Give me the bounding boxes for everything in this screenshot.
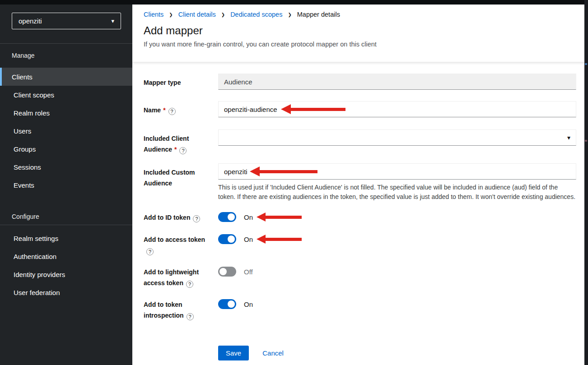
breadcrumb-client-details[interactable]: Client details [178, 11, 216, 18]
top-window-bar [0, 0, 588, 5]
add-to-access-token-label: Add to access token [144, 234, 211, 256]
arrow-shaft [260, 170, 317, 173]
add-to-id-token-row: Add to ID token On [144, 212, 576, 223]
add-to-access-token-field: On [218, 234, 576, 256]
add-to-lightweight-access-token-row: Add to lightweight access token Off [144, 267, 576, 288]
breadcrumb-clients[interactable]: Clients [144, 11, 163, 18]
sidebar-item-sessions[interactable]: Sessions [0, 158, 132, 176]
main-content: Clients ❯ Client details ❯ Dedicated sco… [132, 5, 588, 365]
toggle-knob [228, 300, 235, 308]
included-client-audience-field-wrap: ▾ [218, 129, 576, 155]
sidebar-item-user-federation[interactable]: User federation [0, 283, 132, 301]
included-custom-audience-label: Included Custom Audience [144, 163, 211, 202]
name-label: Name* [144, 101, 211, 117]
annotation-arrow [257, 235, 302, 244]
add-to-access-token-row: Add to access token On [144, 234, 576, 256]
included-client-audience-select[interactable]: ▾ [218, 129, 576, 146]
add-to-token-introspection-row: Add to token introspection On [144, 299, 576, 321]
chevron-right-icon: ❯ [221, 12, 225, 17]
arrow-head-icon [257, 235, 266, 244]
sidebar-item-authentication[interactable]: Authentication [0, 247, 132, 265]
help-icon[interactable] [187, 313, 194, 320]
toggle-state: On [244, 213, 253, 221]
help-icon[interactable] [179, 147, 187, 154]
sidebar-item-client-scopes[interactable]: Client scopes [0, 86, 132, 104]
sidebar-item-identity-providers[interactable]: Identity providers [0, 265, 132, 283]
save-button[interactable]: Save [218, 346, 249, 360]
arrow-shaft [266, 238, 302, 241]
arrow-shaft [291, 108, 345, 111]
page-title: Add mapper [144, 24, 588, 37]
nav-section-manage: Manage [12, 52, 35, 59]
help-icon[interactable] [146, 248, 154, 255]
name-input[interactable] [218, 101, 576, 117]
required-asterisk: * [163, 106, 165, 114]
cancel-button[interactable]: Cancel [262, 349, 284, 357]
configure-nav: Realm settings Authentication Identity p… [0, 229, 132, 301]
sidebar-item-clients[interactable]: Clients [0, 68, 132, 86]
toggle-knob [228, 236, 235, 243]
mapper-type-field-wrap [218, 74, 576, 90]
add-to-lightweight-access-token-label: Add to lightweight access token [144, 267, 211, 288]
sidebar-item-realm-settings[interactable]: Realm settings [0, 229, 132, 247]
mapper-type-field[interactable] [218, 74, 576, 90]
chevron-right-icon: ❯ [288, 12, 291, 17]
included-client-audience-label: Included Client Audience* [144, 129, 211, 155]
scrollbar-marker [585, 140, 587, 142]
help-icon[interactable] [186, 281, 193, 288]
help-icon[interactable] [193, 215, 200, 222]
breadcrumb-mapper-details: Mapper details [297, 11, 340, 18]
name-row: Name* [144, 101, 576, 117]
annotation-arrow [257, 213, 302, 222]
add-to-lightweight-access-token-field: Off [218, 267, 576, 288]
arrow-head-icon [257, 213, 266, 222]
arrow-head-icon [250, 166, 260, 176]
caret-down-icon: ▾ [567, 134, 570, 141]
nav-section-configure: Configure [12, 213, 39, 220]
toggle-state: On [244, 300, 253, 308]
included-custom-audience-help: This is used just if 'Included Client Au… [218, 183, 576, 202]
sidebar-divider [0, 43, 132, 44]
mapper-type-row: Mapper type [144, 74, 576, 90]
add-to-access-token-toggle[interactable] [218, 234, 236, 244]
manage-nav: Clients Client scopes Realm roles Users … [0, 68, 132, 194]
realm-selector[interactable]: openziti ▾ [12, 13, 121, 29]
add-to-token-introspection-label: Add to token introspection [144, 299, 211, 321]
add-to-lightweight-access-token-toggle[interactable] [218, 267, 236, 277]
page-scrollbar[interactable] [584, 0, 588, 365]
help-icon[interactable] [168, 108, 176, 115]
name-field-wrap [218, 101, 576, 117]
required-asterisk: * [174, 146, 177, 153]
sidebar: openziti ▾ Manage Clients Client scopes … [0, 5, 132, 365]
sidebar-item-groups[interactable]: Groups [0, 140, 132, 158]
arrow-shaft [266, 216, 302, 219]
annotation-arrow [281, 104, 345, 114]
sidebar-item-users[interactable]: Users [0, 122, 132, 140]
page-header: Clients ❯ Client details ❯ Dedicated sco… [132, 5, 588, 62]
toggle-state: Off [244, 268, 253, 276]
sidebar-item-realm-roles[interactable]: Realm roles [0, 104, 132, 122]
add-to-id-token-field: On [218, 212, 576, 223]
scrollbar-marker [585, 63, 587, 65]
sidebar-item-events[interactable]: Events [0, 176, 132, 194]
included-custom-audience-row: Included Custom Audience This is used ju… [144, 163, 576, 202]
breadcrumb-dedicated-scopes[interactable]: Dedicated scopes [230, 11, 282, 18]
toggle-state: On [244, 236, 253, 243]
toggle-knob [219, 268, 227, 275]
form-actions: Save Cancel [218, 346, 399, 360]
add-to-token-introspection-toggle[interactable] [218, 299, 236, 309]
sidebar-divider [0, 225, 132, 225]
included-custom-audience-field-wrap: This is used just if 'Included Client Au… [218, 163, 576, 202]
mapper-form: Mapper type Name* Included Client Audien… [132, 62, 588, 365]
caret-down-icon: ▾ [111, 18, 114, 24]
included-client-audience-row: Included Client Audience* ▾ [144, 129, 576, 155]
toggle-knob [228, 213, 235, 221]
mapper-type-label: Mapper type [144, 74, 211, 90]
annotation-arrow [250, 166, 317, 176]
add-to-id-token-toggle[interactable] [218, 212, 236, 222]
add-to-id-token-label: Add to ID token [144, 212, 211, 223]
chevron-right-icon: ❯ [169, 12, 173, 17]
arrow-head-icon [281, 104, 291, 114]
page-subtitle: If you want more fine-grain control, you… [144, 40, 588, 49]
realm-selector-value: openziti [19, 17, 42, 25]
